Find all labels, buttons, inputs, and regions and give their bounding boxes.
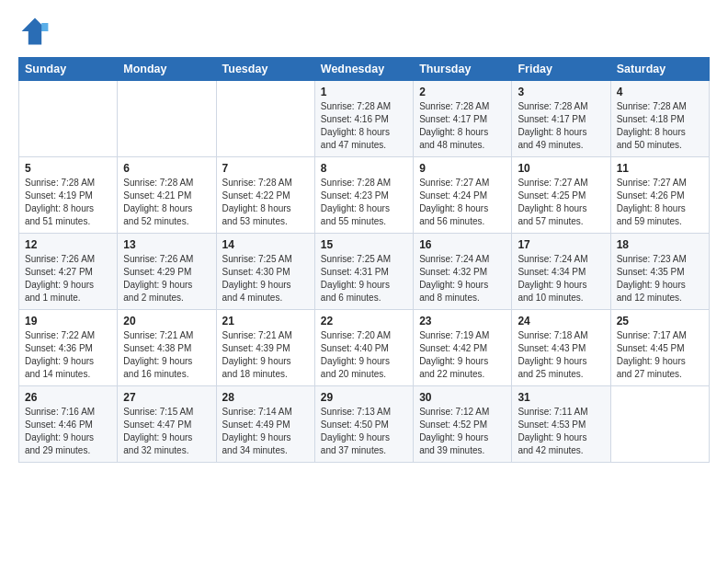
cell-info: Sunrise: 7:28 AMSunset: 4:16 PMDaylight:… — [321, 100, 407, 152]
sunset-label: Sunset: 4:36 PM — [25, 343, 93, 353]
daylight-label: Daylight: 9 hours and 20 minutes. — [321, 356, 390, 379]
calendar-week-row: 1Sunrise: 7:28 AMSunset: 4:16 PMDaylight… — [19, 81, 710, 157]
daylight-label: Daylight: 8 hours and 52 minutes. — [123, 203, 192, 226]
cell-day-number: 30 — [419, 391, 506, 404]
calendar-cell: 27Sunrise: 7:15 AMSunset: 4:47 PMDayligh… — [118, 386, 216, 463]
cell-info: Sunrise: 7:28 AMSunset: 4:23 PMDaylight:… — [321, 177, 407, 228]
sunset-label: Sunset: 4:31 PM — [321, 267, 389, 277]
daylight-label: Daylight: 9 hours and 34 minutes. — [222, 432, 291, 455]
daylight-label: Daylight: 9 hours and 2 minutes. — [123, 280, 192, 303]
sunset-label: Sunset: 4:19 PM — [25, 190, 93, 201]
sunrise-label: Sunrise: 7:24 AM — [518, 254, 587, 264]
calendar-cell: 12Sunrise: 7:26 AMSunset: 4:27 PMDayligh… — [19, 234, 118, 310]
cell-info: Sunrise: 7:28 AMSunset: 4:21 PMDaylight:… — [123, 177, 210, 228]
cell-day-number: 12 — [25, 238, 111, 251]
cell-info: Sunrise: 7:23 AMSunset: 4:35 PMDaylight:… — [617, 253, 703, 304]
daylight-label: Daylight: 9 hours and 42 minutes. — [518, 432, 586, 455]
daylight-label: Daylight: 8 hours and 50 minutes. — [617, 127, 686, 150]
calendar-cell: 6Sunrise: 7:28 AMSunset: 4:21 PMDaylight… — [118, 157, 216, 234]
calendar-cell: 28Sunrise: 7:14 AMSunset: 4:49 PMDayligh… — [216, 386, 314, 463]
cell-day-number: 6 — [123, 162, 210, 175]
days-of-week-row: SundayMondayTuesdayWednesdayThursdayFrid… — [19, 58, 710, 81]
calendar-cell: 18Sunrise: 7:23 AMSunset: 4:35 PMDayligh… — [610, 234, 709, 310]
sunset-label: Sunset: 4:17 PM — [419, 114, 487, 124]
cell-info: Sunrise: 7:26 AMSunset: 4:29 PMDaylight:… — [123, 253, 210, 304]
calendar-cell: 14Sunrise: 7:25 AMSunset: 4:30 PMDayligh… — [216, 234, 314, 310]
sunset-label: Sunset: 4:24 PM — [419, 190, 487, 201]
cell-info: Sunrise: 7:25 AMSunset: 4:31 PMDaylight:… — [321, 253, 407, 304]
sunrise-label: Sunrise: 7:14 AM — [222, 407, 292, 417]
cell-day-number: 19 — [25, 315, 111, 327]
cell-info: Sunrise: 7:12 AMSunset: 4:52 PMDaylight:… — [419, 406, 506, 457]
calendar-cell: 16Sunrise: 7:24 AMSunset: 4:32 PMDayligh… — [414, 234, 512, 310]
cell-day-number: 8 — [321, 162, 407, 175]
daylight-label: Daylight: 9 hours and 4 minutes. — [222, 280, 291, 303]
calendar-header: SundayMondayTuesdayWednesdayThursdayFrid… — [19, 58, 710, 81]
sunset-label: Sunset: 4:53 PM — [518, 419, 586, 430]
cell-day-number: 17 — [518, 238, 604, 251]
sunset-label: Sunset: 4:18 PM — [617, 114, 685, 124]
cell-day-number: 15 — [321, 238, 407, 251]
sunset-label: Sunset: 4:23 PM — [321, 190, 389, 201]
calendar-cell: 30Sunrise: 7:12 AMSunset: 4:52 PMDayligh… — [414, 386, 512, 463]
calendar-cell: 21Sunrise: 7:21 AMSunset: 4:39 PMDayligh… — [216, 310, 314, 386]
cell-day-number: 5 — [25, 162, 111, 175]
calendar-cell: 8Sunrise: 7:28 AMSunset: 4:23 PMDaylight… — [314, 157, 413, 234]
calendar-cell — [216, 81, 314, 157]
header — [18, 15, 710, 48]
cell-day-number: 26 — [25, 391, 111, 404]
calendar-cell: 19Sunrise: 7:22 AMSunset: 4:36 PMDayligh… — [19, 310, 118, 386]
sunrise-label: Sunrise: 7:15 AM — [123, 407, 193, 417]
sunrise-label: Sunrise: 7:19 AM — [419, 330, 489, 340]
sunrise-label: Sunrise: 7:21 AM — [123, 330, 193, 340]
sunset-label: Sunset: 4:27 PM — [25, 267, 93, 277]
calendar-cell: 22Sunrise: 7:20 AMSunset: 4:40 PMDayligh… — [314, 310, 413, 386]
daylight-label: Daylight: 8 hours and 49 minutes. — [518, 127, 586, 150]
sunset-label: Sunset: 4:30 PM — [222, 267, 290, 277]
cell-info: Sunrise: 7:19 AMSunset: 4:42 PMDaylight:… — [419, 329, 506, 381]
sunrise-label: Sunrise: 7:27 AM — [617, 178, 687, 188]
daylight-label: Daylight: 9 hours and 16 minutes. — [123, 356, 192, 379]
sunrise-label: Sunrise: 7:22 AM — [25, 330, 95, 340]
sunrise-label: Sunrise: 7:28 AM — [617, 101, 687, 111]
sunset-label: Sunset: 4:25 PM — [518, 190, 586, 201]
daylight-label: Daylight: 8 hours and 47 minutes. — [321, 127, 390, 150]
sunrise-label: Sunrise: 7:28 AM — [123, 178, 193, 188]
calendar-body: 1Sunrise: 7:28 AMSunset: 4:16 PMDaylight… — [19, 81, 710, 463]
daylight-label: Daylight: 8 hours and 56 minutes. — [419, 203, 488, 226]
sunset-label: Sunset: 4:22 PM — [222, 190, 290, 201]
sunset-label: Sunset: 4:26 PM — [617, 190, 685, 201]
sunset-label: Sunset: 4:42 PM — [419, 343, 487, 353]
day-of-week-header: Saturday — [610, 58, 709, 81]
daylight-label: Daylight: 8 hours and 51 minutes. — [25, 203, 94, 226]
calendar-cell: 23Sunrise: 7:19 AMSunset: 4:42 PMDayligh… — [414, 310, 512, 386]
calendar-cell: 17Sunrise: 7:24 AMSunset: 4:34 PMDayligh… — [512, 234, 610, 310]
calendar-cell: 25Sunrise: 7:17 AMSunset: 4:45 PMDayligh… — [610, 310, 709, 386]
cell-day-number: 1 — [321, 86, 407, 98]
sunset-label: Sunset: 4:32 PM — [419, 267, 487, 277]
sunset-label: Sunset: 4:39 PM — [222, 343, 290, 353]
cell-day-number: 20 — [123, 315, 210, 327]
daylight-label: Daylight: 9 hours and 12 minutes. — [617, 280, 686, 303]
sunset-label: Sunset: 4:50 PM — [321, 419, 389, 430]
calendar-week-row: 5Sunrise: 7:28 AMSunset: 4:19 PMDaylight… — [19, 157, 710, 234]
cell-day-number: 21 — [222, 315, 309, 327]
day-of-week-header: Thursday — [414, 58, 512, 81]
sunrise-label: Sunrise: 7:28 AM — [25, 178, 95, 188]
sunset-label: Sunset: 4:16 PM — [321, 114, 389, 124]
logo-icon — [18, 15, 51, 48]
sunrise-label: Sunrise: 7:25 AM — [222, 254, 292, 264]
calendar-cell: 24Sunrise: 7:18 AMSunset: 4:43 PMDayligh… — [512, 310, 610, 386]
calendar-cell: 9Sunrise: 7:27 AMSunset: 4:24 PMDaylight… — [414, 157, 512, 234]
svg-marker-1 — [41, 23, 48, 31]
sunrise-label: Sunrise: 7:28 AM — [321, 101, 391, 111]
cell-day-number: 9 — [419, 162, 506, 175]
cell-info: Sunrise: 7:27 AMSunset: 4:26 PMDaylight:… — [617, 177, 703, 228]
daylight-label: Daylight: 9 hours and 29 minutes. — [25, 432, 94, 455]
sunset-label: Sunset: 4:49 PM — [222, 419, 290, 430]
calendar-cell — [118, 81, 216, 157]
cell-info: Sunrise: 7:27 AMSunset: 4:25 PMDaylight:… — [518, 177, 604, 228]
calendar-week-row: 12Sunrise: 7:26 AMSunset: 4:27 PMDayligh… — [19, 234, 710, 310]
daylight-label: Daylight: 9 hours and 27 minutes. — [617, 356, 686, 379]
calendar-cell: 4Sunrise: 7:28 AMSunset: 4:18 PMDaylight… — [610, 81, 709, 157]
